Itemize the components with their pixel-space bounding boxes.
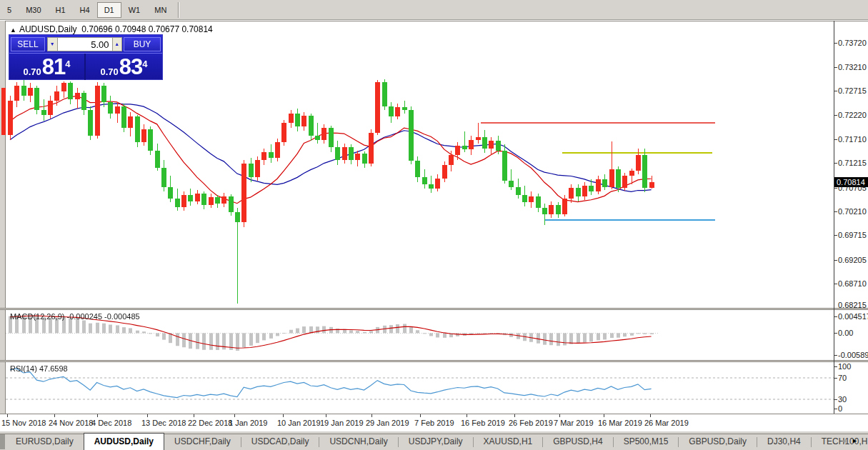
timeframe-button-h4[interactable]: H4: [73, 2, 97, 18]
price-tick-label: 0.73210: [838, 63, 867, 71]
ask-price-sup: 4: [142, 55, 147, 74]
date-tick: [420, 414, 421, 417]
tab-scroll-right-icon[interactable]: ►: [852, 437, 862, 444]
price-tick-label: 0.70210: [838, 207, 867, 216]
volume-increase-button[interactable]: ▲: [112, 37, 122, 51]
axis-tick: [834, 284, 837, 284]
price-tick-label: 0.72715: [838, 86, 867, 95]
ask-price[interactable]: 0.70 83 4: [86, 54, 162, 80]
date-label: 7 Feb 2019: [414, 419, 454, 427]
sell-button[interactable]: SELL: [11, 37, 45, 51]
axis-tick: [834, 188, 837, 189]
chart-tab-xauusd-h1[interactable]: XAUUSD,H1: [474, 434, 543, 450]
chart-frame-left: [0, 21, 6, 431]
volume-input[interactable]: [58, 37, 112, 51]
collapse-arrow-icon[interactable]: ▲: [10, 26, 16, 34]
date-label: 13 Dec 2018: [141, 419, 186, 427]
bid-price[interactable]: 0.70 81 4: [9, 54, 86, 80]
chart-tab-bar: EURUSD,DailyAUDUSD,DailyUSDCHF,DailyUSDC…: [0, 431, 868, 450]
timeframe-button-m30[interactable]: M30: [19, 2, 48, 18]
date-label: 26 Mar 2019: [644, 419, 689, 427]
tab-scroll-left-icon[interactable]: ◄: [841, 437, 852, 444]
date-label: 22 Dec 2018: [188, 419, 232, 427]
price-tick-label: 0.72220: [838, 111, 867, 119]
timeframe-button-mn[interactable]: MN: [147, 2, 174, 18]
date-label: 1 Jan 2019: [229, 419, 267, 427]
chart-tab-gbpusd-daily[interactable]: GBPUSD,Daily: [679, 434, 757, 450]
timeframe-button-d1[interactable]: D1: [97, 2, 121, 18]
date-tick: [559, 414, 560, 417]
axis-tick: [834, 91, 837, 91]
chart-tab-usdjpy-daily[interactable]: USDJPY,Daily: [399, 434, 473, 450]
price-tick-label: 0.70705: [838, 184, 867, 192]
rsi-tick-label: 100: [838, 362, 851, 371]
axis-tick: [834, 67, 837, 68]
axis-tick: [834, 139, 837, 140]
rsi-tick-label: 70: [838, 374, 847, 382]
timeframe-button-w1[interactable]: W1: [121, 2, 148, 18]
ask-price-big: 83: [119, 57, 142, 77]
bid-price-sup: 4: [65, 55, 70, 74]
timeframe-button-5[interactable]: 5: [0, 2, 19, 18]
chart-tab-dj30-h4[interactable]: DJ30,H4: [757, 434, 811, 450]
axis-tick: [834, 366, 837, 367]
date-tick: [371, 414, 372, 417]
date-label: 24 Nov 2018: [49, 419, 93, 427]
toolbar-separator: [178, 2, 179, 18]
rsi-label: RSI(14) 47.6598: [10, 364, 68, 373]
date-label: 16 Feb 2019: [461, 419, 505, 427]
chart-tab-gbpusd-h4[interactable]: GBPUSD,H4: [543, 434, 612, 450]
price-tick-label: 0.68215: [838, 301, 867, 309]
axis-tick: [834, 260, 837, 261]
date-label: 7 Mar 2019: [554, 419, 594, 427]
macd-label: MACD(12,26,9) -0.000245 -0.000485: [10, 312, 140, 321]
axis-tick: [834, 163, 837, 164]
ohlc-values: 0.70696 0.70948 0.70677 0.70814: [81, 24, 213, 34]
date-axis[interactable]: 15 Nov 201824 Nov 20184 Dec 201813 Dec 2…: [0, 414, 868, 431]
axis-tick: [834, 399, 837, 400]
price-tick-label: 0.69715: [838, 231, 867, 239]
axis-tick: [834, 333, 837, 334]
rsi-indicator-surface[interactable]: [6, 362, 834, 413]
timeframe-toolbar: 5M30H1H4D1W1MN: [0, 0, 868, 20]
date-label: 4 Dec 2018: [91, 419, 131, 427]
tabbar-grip: [0, 434, 5, 449]
buy-button[interactable]: BUY: [124, 37, 161, 51]
macd-tick-label: -0.005899: [838, 351, 868, 359]
axis-tick: [834, 355, 837, 356]
timeframe-button-h1[interactable]: H1: [49, 2, 73, 18]
chart-tab-usdcad-daily[interactable]: USDCAD,Daily: [241, 434, 319, 450]
axis-tick: [834, 115, 837, 116]
date-tick: [650, 414, 651, 417]
chart-tab-audusd-daily[interactable]: AUDUSD,Daily: [84, 433, 164, 450]
price-tick-label: 0.73720: [838, 39, 867, 47]
date-label: 10 Jan 2019: [277, 419, 321, 427]
date-tick: [467, 414, 467, 417]
date-tick: [7, 414, 8, 417]
axis-tick: [834, 316, 837, 317]
chart-tab-eurusd-daily[interactable]: EURUSD,Daily: [6, 434, 84, 450]
price-tick-label: 0.68710: [838, 279, 867, 288]
chart-tab-usdchf-daily[interactable]: USDCHF,Daily: [164, 434, 241, 450]
volume-decrease-button[interactable]: ▼: [47, 37, 57, 51]
ask-price-small: 0.70: [100, 66, 118, 77]
price-tick-label: 0.69205: [838, 256, 867, 264]
axis-tick: [834, 43, 837, 44]
date-tick: [326, 414, 326, 417]
macd-tick-label: 0.00: [838, 329, 853, 337]
chart-tab-usdcnh-daily[interactable]: USDCNH,Daily: [319, 434, 397, 450]
axis-tick: [834, 211, 837, 212]
date-tick: [147, 414, 148, 417]
rsi-tick-label: 0: [838, 404, 842, 413]
chart-title: ▲AUDUSD,Daily 0.70696 0.70948 0.70677 0.…: [10, 24, 213, 34]
date-label: 15 Nov 2018: [1, 419, 46, 427]
axis-tick: [834, 409, 837, 409]
date-tick: [194, 414, 194, 417]
axis-tick: [834, 235, 837, 236]
bid-price-small: 0.70: [23, 66, 41, 77]
date-tick: [97, 414, 98, 417]
rsi-tick-label: 30: [838, 395, 847, 404]
macd-tick-label: 0.004517: [838, 312, 868, 321]
chart-tab-sp500-m15[interactable]: SP500,M15: [614, 434, 679, 450]
date-label: 16 Mar 2019: [598, 419, 642, 427]
